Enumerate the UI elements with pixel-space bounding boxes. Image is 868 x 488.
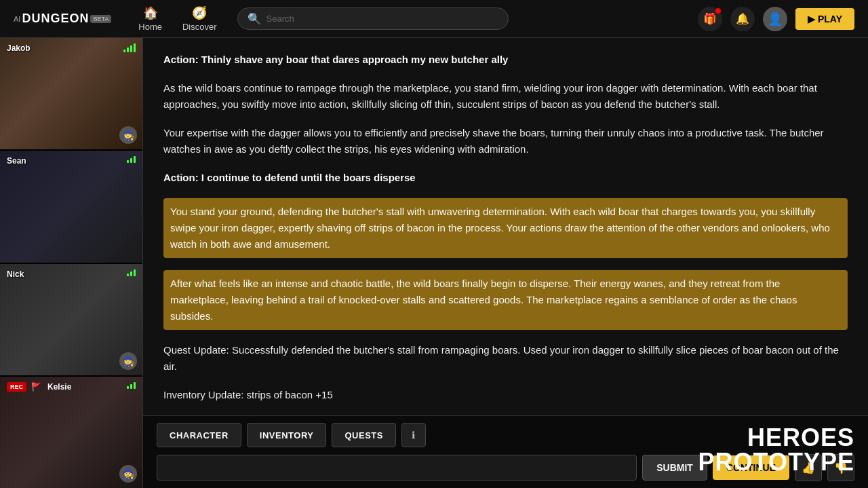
quests-button[interactable]: QUESTS (332, 423, 395, 447)
signal-bar-2 (127, 48, 129, 52)
gift-button[interactable]: 🎁 (698, 7, 722, 31)
content-area: Action: Thinly shave any boar that dares… (142, 38, 868, 488)
player-name-jakob: Jakob (7, 43, 31, 53)
submit-button[interactable]: SUBMIT (642, 455, 707, 481)
story-paragraph-0: Action: Thinly shave any boar that dares… (163, 52, 848, 68)
signal-bar-1 (123, 50, 125, 52)
search-input[interactable] (267, 14, 498, 24)
signal-bars-nick (127, 269, 136, 276)
player-avatar-nick: 🧙 (119, 352, 137, 370)
signal-bar-3 (134, 382, 136, 389)
rec-badge: REC (7, 382, 26, 392)
sidebar: Jakob 🧙 Sean Nick (0, 38, 142, 488)
avatar[interactable]: 👤 (763, 7, 787, 31)
inventory-button[interactable]: INVENTORY (247, 423, 327, 447)
signal-bar-4 (134, 43, 136, 52)
logo-ai-text: AI (14, 15, 20, 23)
logo-dungeon-text: DUNGEON (22, 12, 89, 26)
story-content: Action: Thinly shave any boar that dares… (143, 38, 868, 415)
video-tile-sean: Sean (0, 151, 142, 262)
signal-bars-kelsie (127, 382, 136, 389)
player-name-sean: Sean (7, 156, 26, 166)
player-name-nick: Nick (7, 269, 24, 279)
story-input[interactable] (157, 455, 637, 481)
story-paragraph-7: Inventory Update: strips of bacon +15 (163, 387, 848, 403)
story-paragraph-2: Your expertise with the dagger allows yo… (163, 125, 848, 157)
signal-bars-sean (127, 156, 136, 163)
signal-bar-3 (130, 45, 132, 52)
search-bar[interactable]: 🔍 (237, 7, 509, 30)
home-icon: 🏠 (143, 5, 158, 20)
signal-bar-1 (127, 386, 129, 389)
notification-dot (715, 8, 721, 14)
main-layout: Jakob 🧙 Sean Nick (0, 38, 868, 488)
bell-button[interactable]: 🔔 (730, 7, 755, 31)
story-paragraph-4: You stand your ground, defending the but… (163, 198, 848, 258)
signal-bar-2 (130, 271, 132, 276)
search-icon: 🔍 (248, 12, 261, 25)
nav-discover[interactable]: 🧭 Discover (176, 3, 224, 35)
signal-bar-1 (127, 274, 129, 276)
play-button[interactable]: ▶ PLAY (795, 8, 854, 30)
watermark-line2: PROTOTYPE (698, 450, 854, 474)
story-paragraph-1: As the wild boars continue to rampage th… (163, 80, 848, 113)
video-tile-jakob: Jakob 🧙 (0, 38, 142, 149)
player-avatar-kelsie: 🧙 (119, 465, 137, 483)
story-paragraph-3: Action: I continue to defend until the b… (163, 170, 848, 186)
story-paragraph-5: After what feels like an intense and cha… (163, 270, 848, 330)
header: AI DUNGEON BETA 🏠 Home 🧭 Discover 🔍 🎁 🔔 … (0, 0, 868, 38)
logo: AI DUNGEON BETA (14, 12, 111, 26)
watermark: HEROES PROTOTYPE (698, 426, 854, 474)
story-paragraph-6: Quest Update: Successfully defended the … (163, 342, 848, 375)
watermark-line1: HEROES (698, 426, 854, 450)
signal-bar-3 (134, 156, 136, 163)
header-right: 🎁 🔔 👤 ▶ PLAY (698, 7, 854, 31)
nav-home-label: Home (138, 22, 162, 32)
player-name-kelsie: Kelsie (47, 382, 71, 392)
flag-icon: 🚩 (31, 382, 41, 392)
discover-icon: 🧭 (192, 5, 207, 20)
signal-bar-2 (130, 384, 132, 389)
character-button[interactable]: CHARACTER (157, 423, 241, 447)
signal-bar-3 (134, 269, 136, 276)
info-button[interactable]: ℹ (401, 423, 426, 447)
video-tile-kelsie: REC 🚩 Kelsie 🧙 (0, 377, 142, 488)
beta-badge: BETA (90, 15, 111, 23)
video-tile-nick: Nick 🧙 (0, 264, 142, 375)
nav-items: 🏠 Home 🧭 Discover (132, 3, 223, 35)
nav-discover-label: Discover (182, 22, 217, 32)
signal-bars-jakob (123, 43, 136, 52)
signal-bar-2 (130, 158, 132, 163)
signal-bar-1 (127, 160, 129, 163)
nav-home[interactable]: 🏠 Home (132, 3, 169, 35)
